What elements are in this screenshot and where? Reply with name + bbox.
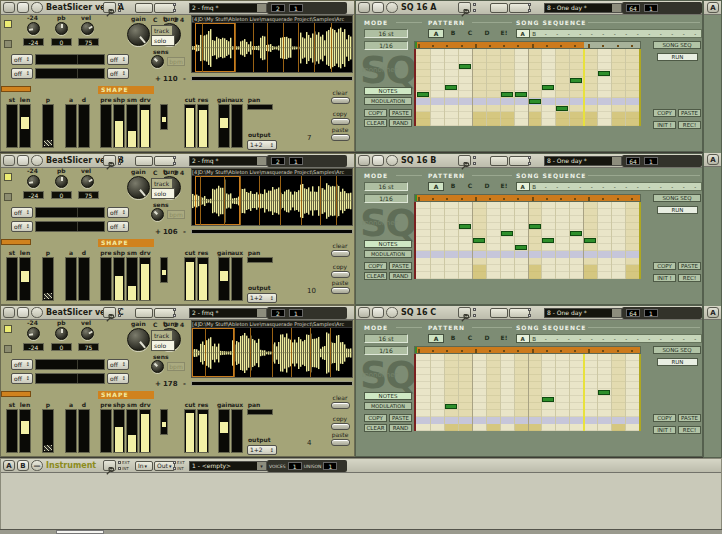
- note-cell[interactable]: [501, 231, 513, 236]
- seq-slot[interactable]: -: [667, 30, 679, 37]
- d-fader[interactable]: [78, 257, 90, 301]
- slice-marker[interactable]: [272, 328, 273, 377]
- output-select[interactable]: 1+2↕: [247, 445, 277, 455]
- snapshot-select[interactable]: 1 - <empty>▾: [189, 461, 267, 471]
- pre-fader[interactable]: [100, 409, 112, 453]
- int-radio[interactable]: [173, 162, 176, 165]
- voices-value[interactable]: 64: [626, 157, 640, 165]
- copy-button[interactable]: COPY: [653, 414, 676, 422]
- sm-fader[interactable]: [126, 409, 138, 453]
- slice-mode-select[interactable]: off↕: [107, 207, 129, 218]
- snapshot-select[interactable]: 8 - One day *: [544, 3, 622, 13]
- vel-knob[interactable]: [81, 327, 94, 340]
- pattern-d-button[interactable]: D: [479, 334, 495, 343]
- shp-fader[interactable]: [113, 409, 125, 453]
- slice-marker[interactable]: [253, 23, 254, 72]
- int-radio[interactable]: [473, 9, 476, 12]
- pb-knob[interactable]: [55, 327, 68, 340]
- root-knob[interactable]: [27, 22, 40, 35]
- seq-slot[interactable]: A: [517, 30, 529, 37]
- slice-marker[interactable]: [224, 176, 225, 225]
- st-fader[interactable]: [6, 409, 18, 453]
- step-grid[interactable]: [414, 354, 641, 431]
- gain-knob[interactable]: [127, 176, 150, 199]
- clear-button[interactable]: CLEAR: [364, 119, 387, 127]
- res-fader[interactable]: [197, 104, 209, 148]
- output-select[interactable]: 1+2↕: [247, 293, 277, 303]
- output-select[interactable]: 1+2↕: [247, 140, 277, 150]
- wrench-icon[interactable]: [103, 307, 116, 318]
- snapshot-select[interactable]: 2 - fmq *: [189, 308, 267, 318]
- copy-button[interactable]: [331, 118, 350, 125]
- a-fader[interactable]: [65, 257, 77, 301]
- seq-slot[interactable]: -: [655, 30, 667, 37]
- seq-slot[interactable]: -: [598, 30, 610, 37]
- pattern-a-button[interactable]: A: [428, 29, 444, 38]
- seq-slot[interactable]: -: [575, 183, 587, 190]
- view-b-button[interactable]: [17, 307, 29, 318]
- midi-out-select[interactable]: [509, 156, 530, 166]
- seq-slot[interactable]: -: [644, 30, 656, 37]
- slice-marker[interactable]: [202, 23, 203, 72]
- sens-knob[interactable]: [151, 360, 164, 373]
- snapshot-select[interactable]: 8 - One day *: [544, 156, 622, 166]
- ext-radio[interactable]: [473, 308, 476, 311]
- pb-value[interactable]: 0: [51, 38, 72, 46]
- slice-marker[interactable]: [250, 328, 251, 377]
- led-indicator[interactable]: [4, 20, 12, 28]
- seq-slot[interactable]: -: [552, 183, 564, 190]
- root-value[interactable]: -24: [23, 343, 44, 351]
- ext-radio[interactable]: [118, 308, 121, 311]
- pattern-e-button[interactable]: E!: [496, 334, 512, 343]
- cut-fader[interactable]: [184, 104, 196, 148]
- pattern-c-button[interactable]: C: [462, 29, 478, 38]
- song-sequence-strip[interactable]: AB--------------: [516, 334, 702, 343]
- seq-slot[interactable]: -: [586, 335, 598, 342]
- led-indicator[interactable]: [4, 345, 12, 353]
- bpm-inc-button[interactable]: -: [183, 228, 186, 236]
- paste-button[interactable]: PASTE: [389, 414, 412, 422]
- led-indicator[interactable]: [4, 173, 12, 181]
- int-radio[interactable]: [528, 314, 531, 317]
- ext-radio[interactable]: [118, 156, 121, 159]
- seq-slot[interactable]: -: [552, 335, 564, 342]
- slice-marker[interactable]: [234, 328, 235, 377]
- run-button[interactable]: RUN: [657, 53, 698, 61]
- midi-out-select[interactable]: [509, 3, 530, 13]
- slice-marker[interactable]: [331, 23, 332, 72]
- slice-marker[interactable]: [280, 176, 281, 225]
- drv-fader[interactable]: [139, 104, 151, 148]
- note-cell[interactable]: [515, 92, 527, 97]
- seq-slot[interactable]: A: [517, 335, 529, 342]
- ext-int-toggle[interactable]: EXT INT: [118, 460, 135, 472]
- int-radio[interactable]: [118, 467, 121, 470]
- view-b-button[interactable]: B: [17, 460, 29, 471]
- note-cell[interactable]: [459, 224, 471, 229]
- wrench-icon[interactable]: [458, 155, 471, 166]
- snapshot-select[interactable]: 8 - One day *: [544, 308, 622, 318]
- pre-fader[interactable]: [100, 104, 112, 148]
- voices-value[interactable]: 64: [626, 309, 640, 317]
- copy-button[interactable]: COPY: [364, 414, 387, 422]
- seq-slot[interactable]: -: [632, 30, 644, 37]
- copy-button[interactable]: [331, 271, 350, 278]
- view-a-button[interactable]: [358, 307, 370, 318]
- pattern-b-button[interactable]: B: [445, 29, 461, 38]
- seq-slot[interactable]: -: [655, 335, 667, 342]
- pb-value[interactable]: 0: [51, 191, 72, 199]
- note-cell[interactable]: [417, 92, 429, 97]
- notes-button[interactable]: NOTES: [364, 87, 412, 95]
- int-radio[interactable]: [118, 9, 121, 12]
- seq-slot[interactable]: -: [667, 183, 679, 190]
- snapshot-select[interactable]: 2 - fmq *: [189, 156, 267, 166]
- gain-fader[interactable]: [218, 409, 230, 453]
- seq-slot[interactable]: -: [690, 183, 702, 190]
- note-cell[interactable]: [570, 78, 582, 83]
- a-fader[interactable]: [65, 104, 77, 148]
- ext-int-toggle[interactable]: [473, 2, 490, 14]
- view-a-button[interactable]: [3, 2, 15, 13]
- rand-button[interactable]: RAND: [389, 424, 412, 432]
- int-radio[interactable]: [118, 314, 121, 317]
- bpm-inc-button[interactable]: -: [183, 75, 186, 83]
- view-a-button[interactable]: [3, 155, 15, 166]
